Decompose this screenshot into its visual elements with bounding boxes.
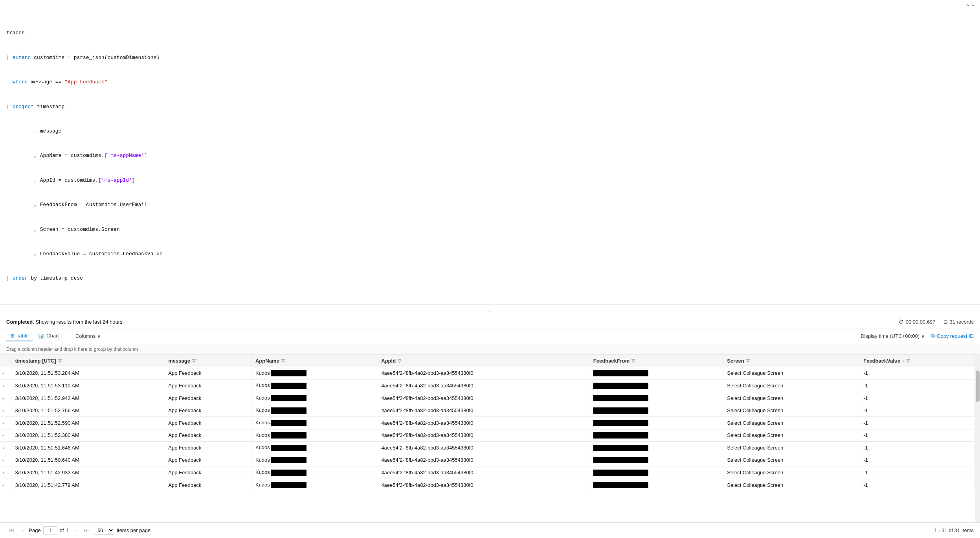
vertical-scrollbar[interactable] [975,355,980,522]
cell-feedbackvalue: -1 [859,404,974,417]
col-expand [0,355,11,367]
col-appid: AppId ▽ [377,355,589,367]
row-expand-cell: › [0,416,11,429]
cell-feedbackvalue: -1 [859,442,974,454]
data-table: timestamp [UTC] ▽ message ▽ [0,355,974,492]
cell-feedbackfrom [589,392,723,404]
screen-filter-icon[interactable]: ▽ [746,358,749,363]
tab-table[interactable]: ⊞ Table [6,331,33,341]
cell-appname: Kudos [251,392,377,404]
cell-timestamp: 3/10/2020, 11:51:42.779 AM [11,479,164,491]
pagination-summary: 1 - 31 of 31 items [934,527,974,533]
row-expand-cell: › [0,404,11,417]
row-expand-button[interactable]: › [2,470,4,475]
row-expand-cell: › [0,367,11,380]
cell-screen: Select Colleague Screen [723,442,859,454]
row-expand-button[interactable]: › [2,483,4,488]
of-label: of [60,527,64,533]
row-expand-button[interactable]: › [2,383,4,389]
row-expand-button[interactable]: › [2,457,4,463]
col-feedbackfrom: FeedbackFrom ▽ [589,355,723,367]
cell-appid: 4aee54f2-f8fb-4a82-bbd3-aa34554380f0 [377,380,589,392]
redacted-feedbackfrom [593,407,648,414]
table-icon: ⊞ [10,333,15,339]
cell-screen: Select Colleague Screen [723,404,859,417]
cell-timestamp: 3/10/2020, 11:51:52.380 AM [11,429,164,442]
main-container: ⌃⌃ traces | extend customdims = parse_js… [0,0,980,538]
cell-screen: Select Colleague Screen [723,479,859,491]
cell-appname: Kudos [251,416,377,429]
cell-appname: Kudos [251,466,377,479]
cell-appname: Kudos [251,429,377,442]
row-expand-cell: › [0,466,11,479]
records-icon: ⊟ [943,319,948,325]
per-page-select[interactable]: 50 100 200 [94,526,114,535]
results-status: Completed. Showing results from the last… [6,319,124,325]
cell-timestamp: 3/10/2020, 11:51:52.942 AM [11,392,164,404]
cell-appid: 4aee54f2-f8fb-4a82-bbd3-aa34554380f0 [377,442,589,454]
table-row: ›3/10/2020, 11:51:42.779 AMApp FeedbackK… [0,479,974,491]
appid-filter-icon[interactable]: ▽ [398,358,401,363]
col-appname: AppName ▽ [251,355,377,367]
cell-appname: Kudos [251,404,377,417]
redacted-feedbackfrom [593,383,648,389]
feedbackfrom-filter-icon[interactable]: ▽ [631,358,635,363]
redacted-appname [271,395,306,401]
row-expand-button[interactable]: › [2,420,4,426]
cell-appname: Kudos [251,367,377,380]
first-page-button[interactable]: ⏮ [6,526,17,535]
cell-appname: Kudos [251,454,377,466]
cell-appid: 4aee54f2-f8fb-4a82-bbd3-aa34554380f0 [377,479,589,491]
redacted-feedbackfrom [593,445,648,451]
cell-feedbackfrom [589,454,723,466]
clock-icon: ⏱ [899,319,904,325]
cell-feedbackfrom [589,367,723,380]
redacted-feedbackfrom [593,395,648,401]
next-page-button[interactable]: › [72,526,79,535]
page-label: Page [29,527,40,533]
row-expand-button[interactable]: › [2,445,4,451]
toolbar: ⊞ Table 📊 Chart Columns ∨ Display time (… [0,328,980,344]
copy-request-button[interactable]: ⧉ Copy request ID [931,333,974,339]
toolbar-left: ⊞ Table 📊 Chart Columns ∨ [6,331,105,341]
cell-screen: Select Colleague Screen [723,380,859,392]
row-expand-button[interactable]: › [2,408,4,413]
duration-value: 00:00:00.697 [906,319,936,325]
cell-appname: Kudos [251,380,377,392]
appname-filter-icon[interactable]: ▽ [281,358,284,363]
table-body: ›3/10/2020, 11:51:53.284 AMApp FeedbackK… [0,367,974,491]
collapse-button[interactable]: ⌃⌃ [965,3,975,11]
prev-page-button[interactable]: ‹ [19,526,26,535]
cell-appid: 4aee54f2-f8fb-4a82-bbd3-aa34554380f0 [377,416,589,429]
row-expand-button[interactable]: › [2,433,4,438]
items-per-page-label: items per page [117,527,150,533]
tab-table-label: Table [17,333,29,339]
records-count: 31 records [950,319,974,325]
feedbackvalue-sort-icon[interactable]: ↓ [902,358,905,363]
tab-divider [67,332,67,340]
cell-feedbackvalue: -1 [859,479,974,491]
table-scroll-container[interactable]: timestamp [UTC] ▽ message ▽ [0,355,980,522]
results-meta: ⏱ 00:00:00.697 ⊟ 31 records [899,319,974,325]
copy-request-label: Copy request ID [937,333,974,339]
cell-feedbackvalue: -1 [859,416,974,429]
last-page-button[interactable]: ⏭ [81,526,92,535]
page-input[interactable] [43,526,57,534]
message-filter-icon[interactable]: ▽ [192,358,195,363]
scrollbar-thumb [976,370,980,402]
dropdown-icon: ∨ [921,333,925,339]
display-time-button[interactable]: Display time (UTC+00:00) ∨ [861,333,925,339]
table-row: ›3/10/2020, 11:51:51.646 AMApp FeedbackK… [0,442,974,454]
row-expand-cell: › [0,479,11,491]
row-expand-button[interactable]: › [2,396,4,401]
status-bold: Completed [6,319,33,325]
row-expand-cell: › [0,429,11,442]
timestamp-filter-icon[interactable]: ▽ [58,358,61,363]
tab-chart[interactable]: 📊 Chart [34,331,63,341]
row-expand-button[interactable]: › [2,370,4,376]
code-editor: ⌃⌃ traces | extend customdims = parse_js… [0,0,980,304]
table-row: ›3/10/2020, 11:51:50.640 AMApp FeedbackK… [0,454,974,466]
table-row: ›3/10/2020, 11:51:42.932 AMApp FeedbackK… [0,466,974,479]
feedbackvalue-filter-icon[interactable]: ▽ [907,358,910,363]
columns-button[interactable]: Columns ∨ [71,331,105,341]
